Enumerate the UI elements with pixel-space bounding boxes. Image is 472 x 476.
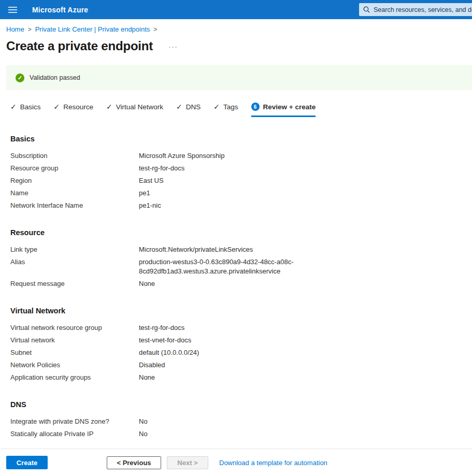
row-label: Statically allocate Private IP (10, 429, 139, 439)
download-template-link[interactable]: Download a template for automation (219, 459, 327, 467)
review-row: Name pe1 (10, 187, 472, 199)
row-value: production-westus3-0-0.63c890a9-4d32-48c… (139, 257, 298, 276)
row-label: Network Policies (10, 360, 139, 370)
row-value: test-vnet-for-docs (139, 336, 191, 345)
review-row: Alias production-westus3-0-0.63c890a9-4d… (10, 256, 472, 278)
row-label: Integrate with private DNS zone? (10, 417, 139, 426)
tab-dns[interactable]: ✓ DNS (176, 103, 201, 117)
tab-label: Tags (223, 103, 238, 111)
tab-label: Review + create (263, 103, 316, 111)
breadcrumb-private-link-center-link[interactable]: Private Link Center | Private endpoints (35, 25, 150, 33)
row-label: Subscription (10, 151, 139, 161)
wizard-tabs: ✓ Basics ✓ Resource ✓ Virtual Network ✓ … (10, 103, 472, 117)
row-label: Application security groups (10, 373, 139, 382)
create-button[interactable]: Create (6, 456, 48, 469)
validation-message: Validation passed (30, 74, 80, 81)
review-content: Basics Subscription Microsoft Azure Spon… (10, 135, 472, 440)
tab-label: DNS (186, 103, 201, 111)
validation-banner: ✓ Validation passed (6, 65, 472, 90)
row-value: Microsoft Azure Sponsorship (139, 151, 224, 161)
review-row: Integrate with private DNS zone? No (10, 415, 472, 428)
row-value: East US (139, 176, 164, 185)
row-label: Network Interface Name (10, 201, 139, 210)
tab-basics[interactable]: ✓ Basics (10, 103, 41, 117)
chevron-right-icon: > (28, 26, 32, 33)
row-label: Subnet (10, 348, 139, 357)
tab-virtual-network[interactable]: ✓ Virtual Network (106, 103, 163, 117)
row-value: Disabled (139, 360, 165, 370)
section-title: Resource (10, 228, 472, 237)
hamburger-menu-icon[interactable] (0, 0, 25, 19)
review-row: Subscription Microsoft Azure Sponsorship (10, 150, 472, 162)
review-row: Request message None (10, 278, 472, 290)
row-label: Link type (10, 245, 139, 254)
breadcrumb: Home > Private Link Center | Private end… (6, 25, 472, 33)
review-row: Network Policies Disabled (10, 359, 472, 371)
section-resource: Resource Link type Microsoft.Network/pri… (10, 228, 472, 290)
tab-label: Basics (20, 103, 41, 111)
review-row: Subnet default (10.0.0.0/24) (10, 347, 472, 359)
footer-action-bar: Create < Previous Next > Download a temp… (0, 449, 472, 476)
review-row: Application security groups None (10, 371, 472, 384)
review-row: Statically allocate Private IP No (10, 428, 472, 440)
row-label: Virtual network (10, 336, 139, 345)
section-title: Basics (10, 135, 472, 143)
section-basics: Basics Subscription Microsoft Azure Spon… (10, 135, 472, 212)
breadcrumb-home-link[interactable]: Home (6, 25, 24, 33)
row-label: Resource group (10, 164, 139, 173)
row-value: No (139, 417, 148, 426)
row-label: Name (10, 189, 139, 198)
review-row: Link type Microsoft.Network/privateLinkS… (10, 243, 472, 256)
row-value: None (139, 279, 155, 289)
review-row: Virtual network resource group test-rg-f… (10, 322, 472, 334)
previous-button[interactable]: < Previous (107, 456, 161, 469)
review-row: Virtual network test-vnet-for-docs (10, 334, 472, 347)
chevron-right-icon: > (153, 26, 157, 33)
row-value: test-rg-for-docs (139, 323, 184, 333)
row-value: Microsoft.Network/privateLinkServices (139, 245, 253, 254)
step-number-badge: 6 (251, 103, 260, 111)
row-value: default (10.0.0.0/24) (139, 348, 199, 357)
section-dns: DNS Integrate with private DNS zone? No … (10, 400, 472, 440)
search-input[interactable] (374, 6, 472, 13)
page-title: Create a private endpoint (6, 39, 153, 53)
section-title: DNS (10, 400, 472, 409)
row-value: No (139, 429, 148, 439)
review-row: Region East US (10, 175, 472, 187)
azure-logo-title[interactable]: Microsoft Azure (32, 6, 88, 14)
section-title: Virtual Network (10, 307, 472, 315)
success-check-icon: ✓ (16, 74, 24, 82)
row-label: Request message (10, 279, 139, 289)
row-value: pe1 (139, 189, 150, 198)
review-row: Network Interface Name pe1-nic (10, 199, 472, 212)
page-title-row: Create a private endpoint ··· (6, 39, 472, 53)
row-value: pe1-nic (139, 201, 161, 210)
next-button-disabled: Next > (167, 456, 208, 469)
check-icon: ✓ (106, 103, 112, 111)
row-label: Virtual network resource group (10, 323, 139, 333)
check-icon: ✓ (176, 103, 182, 111)
check-icon: ✓ (54, 103, 60, 111)
top-bar: Microsoft Azure (0, 0, 472, 19)
row-value: test-rg-for-docs (139, 164, 184, 173)
tab-resource[interactable]: ✓ Resource (54, 103, 94, 117)
check-icon: ✓ (10, 103, 17, 111)
global-search-box[interactable] (359, 3, 472, 16)
check-icon: ✓ (213, 103, 220, 111)
section-virtual-network: Virtual Network Virtual network resource… (10, 307, 472, 384)
row-label: Region (10, 176, 139, 185)
tab-review-create[interactable]: 6 Review + create (251, 103, 316, 117)
row-value: None (139, 373, 155, 382)
tab-tags[interactable]: ✓ Tags (213, 103, 238, 117)
tab-label: Resource (63, 103, 93, 111)
row-label: Alias (10, 257, 139, 267)
more-options-icon[interactable]: ··· (168, 42, 178, 51)
review-row: Resource group test-rg-for-docs (10, 162, 472, 175)
tab-label: Virtual Network (116, 103, 163, 111)
search-icon (363, 6, 370, 13)
